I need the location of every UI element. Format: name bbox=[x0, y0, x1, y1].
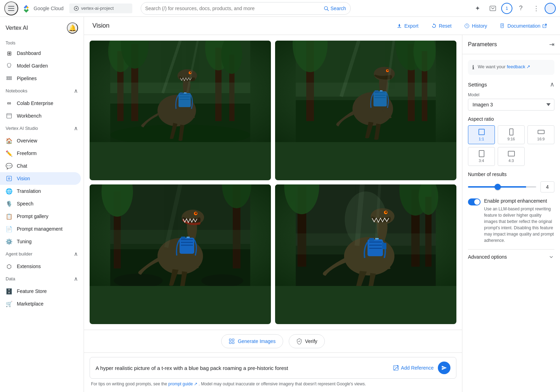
image-cell-2[interactable] bbox=[275, 41, 456, 180]
settings-collapse-button[interactable]: ∧ bbox=[550, 80, 554, 88]
sidebar-item-prompt-management[interactable]: 📄 Prompt management bbox=[0, 223, 81, 235]
cloud-shell-icon-button[interactable] bbox=[486, 1, 500, 15]
send-button[interactable] bbox=[438, 362, 450, 374]
svg-rect-118 bbox=[508, 151, 514, 156]
add-reference-button[interactable]: Add Reference bbox=[393, 365, 434, 371]
advanced-header[interactable]: Advanced options bbox=[468, 254, 554, 260]
image-cell-1[interactable] bbox=[90, 41, 271, 180]
svg-rect-79 bbox=[181, 242, 193, 243]
advanced-title: Advanced options bbox=[468, 254, 507, 260]
sidebar-title: Vertex AI bbox=[6, 25, 28, 31]
sidebar-item-freeform[interactable]: ✏️ Freeform bbox=[0, 147, 81, 160]
params-collapse-button[interactable]: ⇥ bbox=[549, 41, 554, 48]
sidebar-item-vision[interactable]: Vision bbox=[0, 172, 81, 185]
svg-rect-117 bbox=[479, 150, 484, 157]
svg-rect-101 bbox=[369, 248, 382, 249]
toggle-content: Enable prompt enhancement Use an LLM-bas… bbox=[484, 198, 554, 244]
sidebar-item-tuning[interactable]: ⚙️ Tuning bbox=[0, 235, 81, 248]
svg-rect-38 bbox=[180, 99, 190, 100]
overview-icon: 🏠 bbox=[6, 137, 13, 144]
studio-section-toggle[interactable]: Vertex AI Studio ∧ bbox=[0, 122, 84, 134]
sidebar-item-colab[interactable]: ∞ Colab Enterprise bbox=[0, 97, 81, 110]
sidebar-item-pipelines[interactable]: Pipelines bbox=[0, 72, 81, 85]
images-area: Generate Images Verify A hyper realistic… bbox=[84, 35, 462, 392]
topbar: Google Cloud vertex-ai-project Search ✦ … bbox=[0, 0, 560, 17]
history-button[interactable]: History bbox=[459, 20, 492, 31]
freeform-label: Freeform bbox=[17, 150, 37, 156]
model-select[interactable]: Imagen 3 bbox=[468, 99, 554, 111]
agent-collapse-icon: ∧ bbox=[74, 251, 78, 257]
account-badge[interactable]: 1 bbox=[501, 3, 512, 14]
search-input[interactable] bbox=[145, 6, 321, 11]
data-section-toggle[interactable]: Data ∧ bbox=[0, 273, 84, 285]
project-name: vertex-ai-project bbox=[81, 6, 128, 11]
prompt-text[interactable]: A hyper realistic picture of a t-rex wit… bbox=[96, 365, 388, 371]
user-avatar[interactable] bbox=[545, 3, 556, 14]
sidebar-item-speech[interactable]: 🎙️ Speech bbox=[0, 197, 81, 210]
overview-label: Overview bbox=[17, 138, 37, 144]
results-slider[interactable] bbox=[468, 186, 536, 188]
results-value: 4 bbox=[540, 181, 554, 192]
svg-rect-106 bbox=[230, 339, 231, 341]
vision-page-title: Vision bbox=[92, 22, 110, 29]
main-split: Generate Images Verify A hyper realistic… bbox=[84, 35, 560, 392]
sidebar-item-overview[interactable]: 🏠 Overview bbox=[0, 134, 81, 147]
more-options-icon-button[interactable]: ⋮ bbox=[529, 1, 543, 15]
data-collapse-icon: ∧ bbox=[74, 275, 78, 282]
search-button[interactable]: Search bbox=[323, 6, 346, 11]
sidebar-item-dashboard[interactable]: ⊞ Dashboard bbox=[0, 47, 81, 59]
main-layout: Vertex AI 🔔 Tools ⊞ Dashboard Model Gard… bbox=[0, 17, 560, 392]
svg-rect-109 bbox=[232, 342, 234, 344]
export-label: Export bbox=[404, 23, 418, 29]
prompt-enhancement-toggle[interactable] bbox=[468, 198, 481, 205]
search-bar[interactable]: Search bbox=[141, 2, 351, 15]
export-button[interactable]: Export bbox=[392, 20, 423, 31]
sidebar-item-feature-store[interactable]: 🗄️ Feature Store bbox=[0, 285, 81, 298]
feature-store-icon: 🗄️ bbox=[6, 288, 13, 295]
toggle-desc: Use an LLM-based prompt rewriting featur… bbox=[484, 206, 554, 244]
data-label: Data bbox=[6, 276, 15, 281]
sidebar-item-prompt-gallery[interactable]: 📋 Prompt gallery bbox=[0, 210, 81, 223]
aspect-ratio-16-9[interactable]: 16:9 bbox=[527, 125, 554, 144]
aspect-ratio-9-16[interactable]: 9:16 bbox=[498, 125, 525, 144]
notebooks-section-toggle[interactable]: Notebooks ∧ bbox=[0, 85, 84, 97]
svg-rect-81 bbox=[187, 237, 190, 238]
project-selector[interactable]: vertex-ai-project bbox=[69, 4, 132, 13]
feedback-link[interactable]: feedback ↗ bbox=[507, 64, 530, 69]
svg-rect-34 bbox=[178, 93, 191, 107]
svg-rect-36 bbox=[180, 94, 190, 95]
parameters-panel: Parameters ⇥ ℹ We want your feedback ↗ bbox=[462, 35, 560, 392]
sidebar-item-extensions[interactable]: ⬡ Extensions bbox=[0, 260, 81, 273]
generate-images-button[interactable]: Generate Images bbox=[221, 334, 283, 348]
gemini-icon-button[interactable]: ✦ bbox=[470, 1, 484, 15]
sidebar-item-translation[interactable]: 🌐 Translation bbox=[0, 185, 81, 197]
history-label: History bbox=[472, 23, 487, 29]
aspect-ratio-1-1[interactable]: 1:1 bbox=[468, 125, 495, 144]
verify-button[interactable]: Verify bbox=[289, 334, 325, 348]
help-icon-button[interactable]: ? bbox=[514, 1, 528, 15]
aspect-ratio-4-3[interactable]: 4:3 bbox=[498, 147, 525, 166]
menu-icon-button[interactable] bbox=[4, 1, 18, 15]
sidebar-header: Vertex AI 🔔 bbox=[0, 17, 84, 36]
agent-section-toggle[interactable]: Agent builder ∧ bbox=[0, 248, 84, 260]
content-area: Vision Export Reset History Documentatio… bbox=[84, 17, 560, 392]
svg-rect-108 bbox=[230, 342, 231, 344]
generated-image-3 bbox=[90, 184, 271, 286]
sidebar-item-chat[interactable]: 💬 Chat bbox=[0, 160, 81, 172]
sidebar-item-marketplace[interactable]: 🛒 Marketplace bbox=[0, 298, 81, 310]
translation-label: Translation bbox=[17, 188, 41, 194]
notifications-icon-button[interactable]: 🔔 bbox=[67, 22, 78, 34]
image-cell-3[interactable] bbox=[90, 184, 271, 324]
documentation-button[interactable]: Documentation bbox=[495, 20, 552, 31]
slider-row: 4 bbox=[468, 181, 554, 192]
svg-point-75 bbox=[195, 212, 197, 214]
sidebar-item-workbench[interactable]: Workbench bbox=[0, 110, 81, 122]
sidebar: Vertex AI 🔔 Tools ⊞ Dashboard Model Gard… bbox=[0, 17, 84, 392]
reset-button[interactable]: Reset bbox=[426, 20, 457, 31]
sidebar-item-model-garden[interactable]: Model Garden bbox=[0, 59, 81, 72]
marketplace-icon: 🛒 bbox=[6, 300, 13, 307]
svg-rect-39 bbox=[184, 92, 187, 93]
aspect-ratio-3-4[interactable]: 3:4 bbox=[468, 147, 495, 166]
prompt-guide-link[interactable]: prompt guide ↗ bbox=[168, 382, 197, 386]
image-cell-4[interactable] bbox=[275, 184, 456, 324]
